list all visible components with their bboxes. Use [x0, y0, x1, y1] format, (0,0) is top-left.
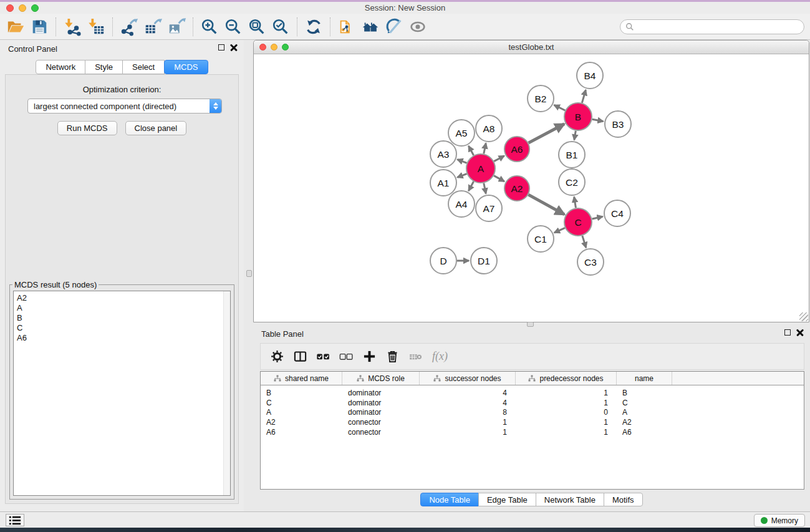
function-builder-button[interactable]: f(x) [428, 350, 451, 363]
table-row[interactable]: Bdominator41B [261, 388, 804, 398]
node-B[interactable]: B [564, 103, 592, 130]
cell-predecessor-nodes[interactable]: 1 [516, 418, 617, 427]
home-button[interactable] [359, 16, 382, 38]
search-field[interactable] [620, 19, 804, 34]
criterion-select[interactable]: largest connected component (directed) [27, 99, 222, 114]
table-row[interactable]: A2connector11A2 [261, 417, 804, 427]
column-header-name[interactable]: name [617, 372, 672, 385]
cell-shared-name[interactable]: A [261, 408, 342, 417]
mcds-result-list[interactable]: A2ABCA6 [13, 291, 231, 496]
node-C2[interactable]: C2 [559, 169, 585, 195]
tab-node-table[interactable]: Node Table [420, 493, 479, 506]
node-B4[interactable]: B4 [577, 62, 603, 89]
cell-predecessor-nodes[interactable]: 1 [516, 428, 617, 437]
cell-MCDS-role[interactable]: connector [342, 418, 420, 427]
edge-B-B4[interactable] [582, 90, 586, 103]
cell-MCDS-role[interactable]: connector [342, 428, 420, 437]
cell-successor-nodes[interactable]: 4 [420, 399, 516, 407]
cell-shared-name[interactable]: C [261, 399, 342, 407]
cell-name[interactable]: C [617, 399, 672, 407]
save-session-button[interactable] [27, 16, 51, 38]
edge-A-A4[interactable] [468, 181, 473, 191]
mcds-result-item[interactable]: C [17, 323, 230, 333]
column-header-successor-nodes[interactable]: successor nodes [420, 372, 516, 385]
cell-MCDS-role[interactable]: dominator [342, 408, 420, 417]
cell-predecessor-nodes[interactable]: 1 [516, 389, 617, 397]
tab-network-table[interactable]: Network Table [536, 493, 604, 506]
search-input[interactable] [637, 22, 799, 32]
unselect-all-columns-button[interactable] [336, 347, 357, 367]
task-history-button[interactable] [6, 514, 24, 526]
node-table[interactable]: shared nameMCDS rolesuccessor nodesprede… [260, 371, 804, 490]
node-A6[interactable]: A6 [504, 137, 529, 162]
edge-C-C3[interactable] [582, 236, 586, 248]
table-row[interactable]: A6connector11A6 [261, 427, 804, 437]
node-B3[interactable]: B3 [605, 111, 631, 137]
horizontal-divider-grip[interactable] [527, 322, 534, 327]
network-graph[interactable]: AA2A6BCA1A3A4A5A7A8B1B2B3B4C1C2C3C4DD1 [254, 55, 809, 322]
node-C1[interactable]: C1 [528, 226, 554, 252]
edge-A2-C[interactable] [528, 195, 564, 215]
resize-grip[interactable] [799, 312, 808, 321]
cell-successor-nodes[interactable]: 8 [420, 408, 516, 417]
import-table-button[interactable] [84, 16, 108, 38]
refresh-view-button[interactable] [302, 16, 325, 38]
delete-column-button[interactable] [382, 347, 403, 367]
zoom-selected-button[interactable] [269, 16, 292, 38]
close-panel-button[interactable]: Close panel [125, 121, 187, 135]
app-titlebar[interactable]: Session: New Session [0, 2, 810, 14]
node-C[interactable]: C [564, 208, 592, 236]
float-panel-icon[interactable] [218, 44, 224, 51]
node-C4[interactable]: C4 [604, 200, 630, 226]
vertical-divider-grip[interactable] [246, 270, 252, 277]
edge-B-B3[interactable] [592, 119, 604, 121]
node-B2[interactable]: B2 [528, 85, 554, 112]
scrollbar-track[interactable] [223, 291, 230, 495]
node-A[interactable]: A [466, 154, 495, 183]
node-A7[interactable]: A7 [476, 195, 502, 221]
edge-C-C4[interactable] [592, 216, 602, 219]
export-image-button[interactable] [165, 16, 188, 38]
column-header-shared-name[interactable]: shared name [261, 372, 342, 385]
table-panel-layout-button[interactable] [290, 347, 311, 367]
edge-A-A5[interactable] [468, 146, 473, 155]
edge-A-A3[interactable] [457, 160, 466, 163]
cell-name[interactable]: A2 [617, 418, 672, 427]
cell-name[interactable]: B [617, 389, 672, 397]
edge-B-B2[interactable] [554, 105, 566, 110]
cell-predecessor-nodes[interactable]: 0 [516, 408, 617, 417]
node-D1[interactable]: D1 [471, 248, 497, 274]
table-row[interactable]: Cdominator41C [261, 398, 804, 408]
node-A3[interactable]: A3 [430, 141, 456, 167]
table-settings-button[interactable] [267, 347, 287, 367]
node-A4[interactable]: A4 [448, 191, 475, 217]
cell-MCDS-role[interactable]: dominator [342, 399, 420, 407]
node-D[interactable]: D [430, 248, 456, 274]
delete-table-button[interactable] [405, 347, 426, 367]
close-panel-icon[interactable] [230, 44, 238, 51]
edge-A-A8[interactable] [484, 143, 486, 154]
cell-successor-nodes[interactable]: 1 [420, 418, 516, 427]
edge-A-A7[interactable] [484, 183, 486, 194]
zoom-out-button[interactable] [221, 16, 245, 38]
table-row[interactable]: Adominator80A [261, 407, 804, 417]
create-column-button[interactable] [359, 347, 380, 367]
edge-A-A6[interactable] [494, 156, 504, 162]
edge-A-A1[interactable] [457, 174, 466, 178]
network-window-titlebar[interactable]: testGlobe.txt [254, 41, 809, 54]
node-A1[interactable]: A1 [430, 170, 456, 196]
open-session-button[interactable] [4, 16, 27, 38]
mcds-result-item[interactable]: A2 [17, 293, 230, 303]
run-mcds-button[interactable]: Run MCDS [57, 121, 117, 135]
mcds-result-item[interactable]: B [17, 313, 230, 323]
node-A5[interactable]: A5 [448, 120, 475, 146]
node-B1[interactable]: B1 [559, 142, 585, 168]
cell-shared-name[interactable]: A2 [261, 418, 342, 427]
network-from-selection-button[interactable] [335, 16, 359, 38]
edge-C-C2[interactable] [574, 197, 576, 208]
cell-MCDS-role[interactable]: dominator [342, 389, 420, 397]
cell-successor-nodes[interactable]: 4 [420, 389, 516, 397]
mcds-result-item[interactable]: A6 [17, 333, 230, 343]
zoom-fit-button[interactable] [245, 16, 269, 38]
import-network-button[interactable] [60, 16, 84, 38]
